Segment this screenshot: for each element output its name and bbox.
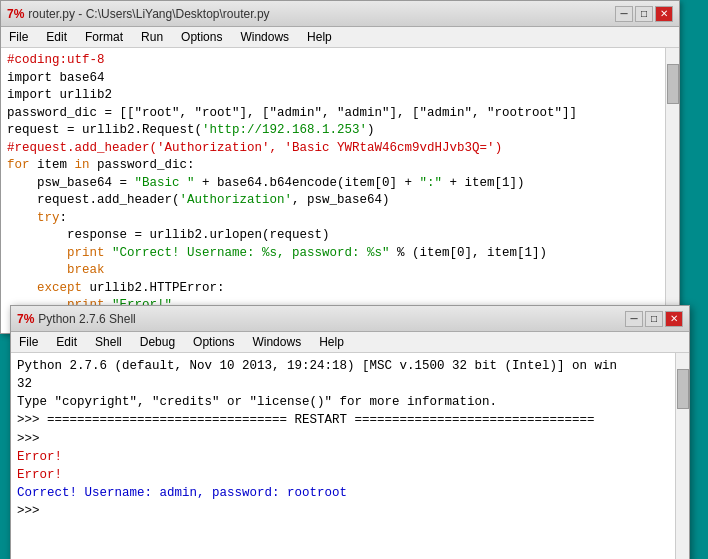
editor-menu-options[interactable]: Options	[177, 29, 226, 45]
shell-window-controls: ─ □ ✕	[625, 311, 683, 327]
shell-window: 7% Python 2.7.6 Shell ─ □ ✕ File Edit Sh…	[10, 305, 690, 559]
shell-line-1: Python 2.7.6 (default, Nov 10 2013, 19:2…	[17, 357, 683, 375]
shell-line-2: 32	[17, 375, 683, 393]
editor-maximize-button[interactable]: □	[635, 6, 653, 22]
shell-scrollbar-thumb[interactable]	[677, 369, 689, 409]
editor-close-button[interactable]: ✕	[655, 6, 673, 22]
shell-menu-bar: File Edit Shell Debug Options Windows He…	[11, 332, 689, 353]
editor-code-area: #coding:utf-8 import base64 import urlli…	[1, 48, 679, 333]
code-line-8: psw_base64 = "Basic " + base64.b64encode…	[7, 175, 673, 193]
code-line-13: break	[7, 262, 673, 280]
shell-menu-options[interactable]: Options	[189, 334, 238, 350]
editor-menu-windows[interactable]: Windows	[236, 29, 293, 45]
editor-title-left: 7% router.py - C:\Users\LiYang\Desktop\r…	[7, 7, 270, 21]
code-line-7: for item in password_dic:	[7, 157, 673, 175]
shell-output-area: Python 2.7.6 (default, Nov 10 2013, 19:2…	[11, 353, 689, 559]
code-line-10: try:	[7, 210, 673, 228]
shell-line-4: >>> ================================ RES…	[17, 411, 683, 429]
code-line-5: request = urllib2.Request('http://192.16…	[7, 122, 673, 140]
code-line-2: import base64	[7, 70, 673, 88]
shell-menu-shell[interactable]: Shell	[91, 334, 126, 350]
editor-menu-help[interactable]: Help	[303, 29, 336, 45]
shell-menu-help[interactable]: Help	[315, 334, 348, 350]
shell-menu-debug[interactable]: Debug	[136, 334, 179, 350]
shell-minimize-button[interactable]: ─	[625, 311, 643, 327]
editor-menu-edit[interactable]: Edit	[42, 29, 71, 45]
editor-scrollbar-thumb[interactable]	[667, 64, 679, 104]
shell-title-bar: 7% Python 2.7.6 Shell ─ □ ✕	[11, 306, 689, 332]
editor-menu-run[interactable]: Run	[137, 29, 167, 45]
shell-line-5: >>>	[17, 430, 683, 448]
code-line-6: #request.add_header('Authorization', 'Ba…	[7, 140, 673, 158]
editor-window-controls: ─ □ ✕	[615, 6, 673, 22]
editor-menu-format[interactable]: Format	[81, 29, 127, 45]
shell-close-button[interactable]: ✕	[665, 311, 683, 327]
shell-title-left: 7% Python 2.7.6 Shell	[17, 312, 136, 326]
code-line-1: #coding:utf-8	[7, 52, 673, 70]
code-line-3: import urllib2	[7, 87, 673, 105]
editor-scrollbar[interactable]	[665, 48, 679, 333]
editor-menu-file[interactable]: File	[5, 29, 32, 45]
shell-line-7: Error!	[17, 466, 683, 484]
shell-title-text: Python 2.7.6 Shell	[38, 312, 135, 326]
shell-line-8: Correct! Username: admin, password: root…	[17, 484, 683, 502]
code-line-14: except urllib2.HTTPError:	[7, 280, 673, 298]
code-line-9: request.add_header('Authorization', psw_…	[7, 192, 673, 210]
shell-menu-edit[interactable]: Edit	[52, 334, 81, 350]
shell-maximize-button[interactable]: □	[645, 311, 663, 327]
shell-line-9: >>>	[17, 502, 683, 520]
editor-title-text: router.py - C:\Users\LiYang\Desktop\rout…	[28, 7, 269, 21]
editor-menu-bar: File Edit Format Run Options Windows Hel…	[1, 27, 679, 48]
editor-logo: 7%	[7, 7, 24, 21]
shell-menu-file[interactable]: File	[15, 334, 42, 350]
code-line-12: print "Correct! Username: %s, password: …	[7, 245, 673, 263]
editor-window: 7% router.py - C:\Users\LiYang\Desktop\r…	[0, 0, 680, 334]
editor-minimize-button[interactable]: ─	[615, 6, 633, 22]
shell-line-6: Error!	[17, 448, 683, 466]
shell-line-3: Type "copyright", "credits" or "license(…	[17, 393, 683, 411]
shell-scrollbar[interactable]	[675, 353, 689, 559]
shell-menu-windows[interactable]: Windows	[248, 334, 305, 350]
shell-logo: 7%	[17, 312, 34, 326]
editor-title-bar: 7% router.py - C:\Users\LiYang\Desktop\r…	[1, 1, 679, 27]
code-line-11: response = urllib2.urlopen(request)	[7, 227, 673, 245]
code-line-4: password_dic = [["root", "root"], ["admi…	[7, 105, 673, 123]
